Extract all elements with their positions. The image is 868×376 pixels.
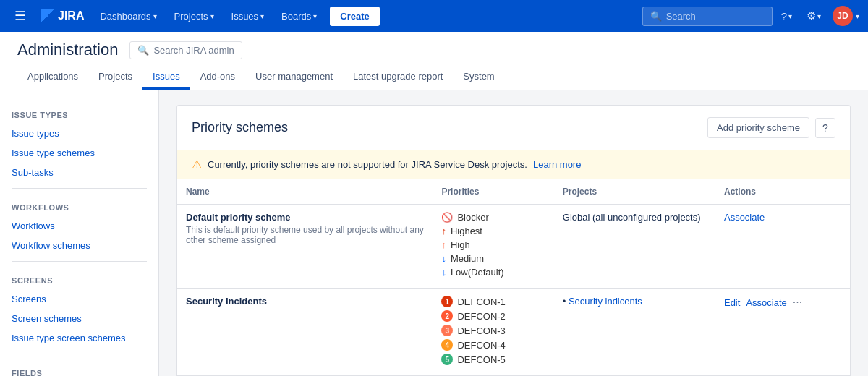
warning-text: Currently, priority schemes are not supp… bbox=[208, 159, 527, 170]
jira-diamond-icon bbox=[41, 9, 55, 23]
table-row: Security Incidents 1 DEFCON-1 2 DEFC bbox=[177, 289, 850, 376]
more-actions-icon[interactable]: ··· bbox=[793, 296, 802, 309]
badge-icon: 3 bbox=[441, 325, 453, 336]
list-item: ↑ Highest bbox=[441, 226, 545, 236]
sidebar-item-issue-type-screen-schemes[interactable]: Issue type screen schemes bbox=[0, 328, 158, 348]
search-box[interactable]: 🔍 Search bbox=[642, 7, 773, 26]
tab-user-management[interactable]: User management bbox=[245, 65, 343, 90]
admin-search-box[interactable]: 🔍 Search JIRA admin bbox=[129, 41, 242, 59]
priority-list: 1 DEFCON-1 2 DEFCON-2 3 DEFCON-3 bbox=[441, 296, 545, 365]
tab-system[interactable]: System bbox=[453, 65, 504, 90]
list-item: 5 DEFCON-5 bbox=[441, 354, 545, 365]
list-item: ↓ Low(Default) bbox=[441, 267, 545, 278]
help-button[interactable]: ? ▾ bbox=[775, 7, 798, 25]
chevron-down-icon: ▾ bbox=[788, 12, 792, 20]
tab-applications[interactable]: Applications bbox=[17, 65, 88, 90]
list-item: 2 DEFCON-2 bbox=[441, 310, 545, 322]
sidebar-section-screens: SCREENS Screens Screen schemes Issue typ… bbox=[0, 268, 158, 348]
logo-text: JIRA bbox=[58, 9, 84, 22]
sidebar-item-issue-types[interactable]: Issue types bbox=[0, 124, 158, 143]
create-button[interactable]: Create bbox=[330, 7, 379, 26]
sidebar-item-screens[interactable]: Screens bbox=[0, 289, 158, 309]
priority-schemes-table: Name Priorities Projects Actions Default… bbox=[177, 179, 850, 376]
settings-button[interactable]: ⚙ ▾ bbox=[801, 7, 827, 25]
chevron-down-icon: ▾ bbox=[153, 12, 157, 20]
priority-schemes-panel: Priority schemes Add priority scheme ? ⚠… bbox=[176, 105, 851, 376]
list-item: Security indicents bbox=[563, 296, 707, 307]
project-list: Security indicents bbox=[563, 296, 707, 307]
sidebar-item-workflows[interactable]: Workflows bbox=[0, 216, 158, 236]
nav-dashboards[interactable]: Dashboards ▾ bbox=[93, 8, 163, 25]
sidebar-section-title-screens: SCREENS bbox=[0, 268, 158, 289]
action-links: Associate bbox=[724, 212, 841, 223]
warning-icon: ⚠ bbox=[192, 158, 202, 171]
badge-icon: 1 bbox=[441, 296, 453, 307]
sidebar-item-sub-tasks[interactable]: Sub-tasks bbox=[0, 163, 158, 182]
edit-link[interactable]: Edit bbox=[724, 297, 740, 308]
sidebar-item-issue-type-schemes[interactable]: Issue type schemes bbox=[0, 143, 158, 163]
blocker-icon: 🚫 bbox=[441, 212, 453, 223]
nav-projects[interactable]: Projects ▾ bbox=[167, 8, 221, 25]
avatar-chevron-icon: ▾ bbox=[856, 12, 859, 20]
panel-actions: Add priority scheme ? bbox=[707, 117, 835, 138]
list-item: ↑ High bbox=[441, 239, 545, 250]
chevron-down-icon: ▾ bbox=[817, 12, 821, 20]
projects-text: Global (all unconfigured projects) bbox=[563, 212, 701, 223]
sidebar-section-title-fields: FIELDS bbox=[0, 360, 158, 376]
add-priority-scheme-button[interactable]: Add priority scheme bbox=[707, 117, 809, 138]
tab-projects[interactable]: Projects bbox=[88, 65, 142, 90]
associate-link[interactable]: Associate bbox=[724, 212, 765, 223]
admin-header: Administration 🔍 Search JIRA admin Appli… bbox=[0, 32, 868, 90]
badge-icon: 5 bbox=[441, 354, 453, 365]
tab-upgrade-report[interactable]: Latest upgrade report bbox=[343, 65, 453, 90]
associate-link[interactable]: Associate bbox=[746, 297, 786, 308]
project-link[interactable]: Security indicents bbox=[569, 296, 642, 307]
list-item: ↓ Medium bbox=[441, 253, 545, 264]
list-item: 3 DEFCON-3 bbox=[441, 325, 545, 336]
nav-boards[interactable]: Boards ▾ bbox=[274, 8, 324, 25]
chevron-down-icon: ▾ bbox=[210, 12, 214, 20]
table-row: Default priority scheme This is default … bbox=[177, 205, 850, 289]
highest-icon: ↑ bbox=[441, 226, 446, 236]
nav-issues[interactable]: Issues ▾ bbox=[224, 8, 272, 25]
sidebar-section-title-workflows: WORKFLOWS bbox=[0, 195, 158, 216]
high-icon: ↑ bbox=[441, 239, 446, 250]
col-name: Name bbox=[177, 179, 433, 205]
badge-icon: 4 bbox=[441, 339, 453, 351]
page-title: Administration bbox=[17, 40, 118, 59]
list-item: 🚫 Blocker bbox=[441, 212, 545, 223]
medium-icon: ↓ bbox=[441, 253, 446, 264]
admin-tabs: Applications Projects Issues Add-ons Use… bbox=[17, 65, 851, 90]
jira-logo[interactable]: JIRA bbox=[35, 9, 90, 23]
hamburger-menu[interactable]: ☰ bbox=[9, 5, 32, 27]
chevron-down-icon: ▾ bbox=[260, 12, 264, 20]
scheme-description: This is default priority scheme used by … bbox=[186, 225, 424, 245]
panel-title: Priority schemes bbox=[192, 120, 288, 135]
tab-issues[interactable]: Issues bbox=[142, 65, 190, 90]
low-icon: ↓ bbox=[441, 267, 446, 278]
top-navigation: ☰ JIRA Dashboards ▾ Projects ▾ Issues ▾ … bbox=[0, 0, 868, 32]
list-item: 4 DEFCON-4 bbox=[441, 339, 545, 351]
col-projects: Projects bbox=[554, 179, 715, 205]
main-content: Priority schemes Add priority scheme ? ⚠… bbox=[159, 90, 868, 376]
help-icon-button[interactable]: ? bbox=[815, 118, 835, 138]
tab-addons[interactable]: Add-ons bbox=[190, 65, 245, 90]
sidebar: ISSUE TYPES Issue types Issue type schem… bbox=[0, 90, 159, 376]
user-avatar[interactable]: JD bbox=[833, 6, 853, 26]
sidebar-item-screen-schemes[interactable]: Screen schemes bbox=[0, 309, 158, 328]
scheme-name: Security Incidents bbox=[186, 296, 424, 307]
warning-bar: ⚠ Currently, priority schemes are not su… bbox=[177, 150, 850, 179]
learn-more-link[interactable]: Learn more bbox=[533, 159, 581, 170]
sidebar-section-workflows: WORKFLOWS Workflows Workflow schemes bbox=[0, 195, 158, 255]
search-icon: 🔍 bbox=[137, 45, 149, 56]
search-icon: 🔍 bbox=[650, 11, 662, 22]
sidebar-section-title-issue-types: ISSUE TYPES bbox=[0, 102, 158, 124]
col-priorities: Priorities bbox=[433, 179, 553, 205]
sidebar-section-fields: FIELDS Custom fields Field configuration… bbox=[0, 360, 158, 376]
sidebar-item-workflow-schemes[interactable]: Workflow schemes bbox=[0, 236, 158, 255]
col-actions: Actions bbox=[715, 179, 850, 205]
chevron-down-icon: ▾ bbox=[313, 12, 317, 20]
panel-header: Priority schemes Add priority scheme ? bbox=[177, 106, 850, 150]
sidebar-section-issue-types: ISSUE TYPES Issue types Issue type schem… bbox=[0, 102, 158, 182]
priority-list: 🚫 Blocker ↑ Highest ↑ High bbox=[441, 212, 545, 278]
